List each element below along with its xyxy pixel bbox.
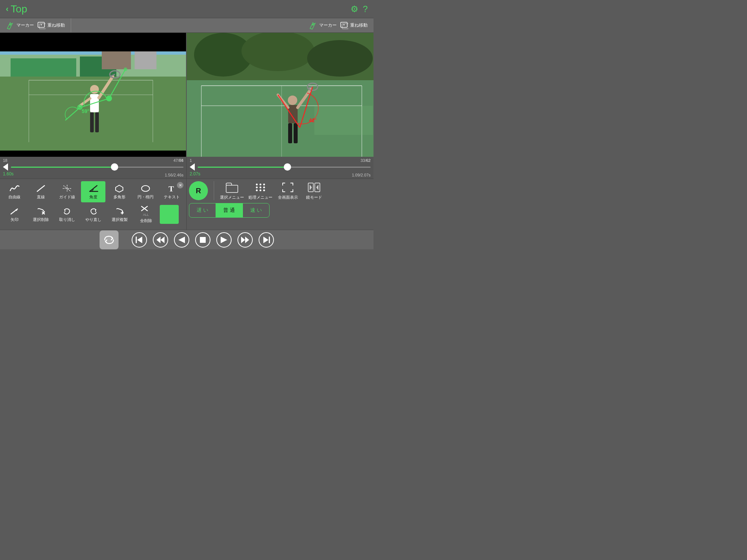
- tool-polygon[interactable]: 多角形: [107, 181, 132, 202]
- tool-guide[interactable]: ガイド線: [55, 181, 80, 202]
- redo-icon: [88, 207, 98, 215]
- tool-ellipse[interactable]: 円・楕円: [133, 181, 158, 202]
- svg-marker-88: [156, 237, 160, 243]
- svg-point-0: [9, 24, 11, 26]
- svg-point-81: [263, 189, 265, 191]
- undo-icon: [62, 207, 72, 215]
- svg-point-78: [263, 186, 265, 188]
- timeline-right-progress: [198, 167, 287, 168]
- left-marker-btn[interactable]: マーカー: [6, 21, 34, 30]
- grid-dots-icon: [254, 182, 267, 193]
- tool-ellipse-label: 円・楕円: [138, 194, 154, 200]
- black-bar-bottom-left: [0, 151, 186, 157]
- tool-copy[interactable]: 選択複製: [107, 204, 132, 225]
- tool-delete-all[interactable]: ALL 全削除: [133, 204, 158, 225]
- right-marker-btn[interactable]: マーカー: [309, 21, 337, 30]
- tool-line[interactable]: 直線: [28, 181, 53, 202]
- mirror-mode-btn[interactable]: 鏡モード: [303, 182, 325, 200]
- svg-rect-86: [136, 237, 137, 243]
- court-svg-right: 42°: [187, 33, 374, 157]
- mirror-mode-label: 鏡モード: [306, 195, 322, 200]
- left-move-btn[interactable]: 重ね移動: [37, 21, 65, 30]
- svg-text:T: T: [169, 184, 174, 193]
- tool-select-del[interactable]: 選択削除: [28, 204, 53, 225]
- timeline-left-start: 18: [3, 158, 7, 163]
- bottom-tools: 自由線 直線 ガイド線: [0, 179, 374, 230]
- svg-rect-53: [187, 33, 374, 80]
- tool-select-del-label: 選択削除: [33, 217, 49, 222]
- right-tools-row-2: 遅 い 普 通 速 い: [189, 203, 371, 218]
- settings-icon[interactable]: ⚙: [351, 4, 359, 14]
- svg-rect-95: [269, 237, 270, 243]
- right-divider: [214, 181, 214, 200]
- tool-text[interactable]: ✕ T テキスト: [159, 181, 184, 202]
- process-menu-btn[interactable]: 処理メニュー: [248, 182, 272, 200]
- svg-point-73: [256, 183, 258, 185]
- toolbar-left: マーカー 重ね移動: [0, 18, 71, 32]
- play-icon: [221, 237, 227, 243]
- select-menu-btn[interactable]: 選択メニュー: [220, 182, 244, 200]
- toolbar-divider: [71, 18, 71, 32]
- timeline-left-thumb[interactable]: [111, 163, 118, 171]
- svg-point-80: [260, 189, 262, 191]
- timeline-right: 1 62 2.07s 33/62 1.09/2.07s: [187, 157, 374, 179]
- tool-text-close[interactable]: ✕: [177, 182, 183, 188]
- svg-point-42: [288, 96, 297, 105]
- timeline-left-bar[interactable]: [11, 167, 183, 168]
- forward-fast-icon: [241, 237, 249, 243]
- svg-rect-72: [226, 185, 238, 192]
- svg-point-28: [106, 96, 112, 101]
- tool-arrow[interactable]: 矢印: [2, 204, 27, 225]
- delete-all-sublabel: ALL: [143, 213, 149, 217]
- fullscreen-icon: [281, 182, 294, 193]
- tool-angle[interactable]: 角度: [81, 181, 106, 202]
- tool-freehand[interactable]: 自由線: [2, 181, 27, 202]
- toolbar-row: マーカー 重ね移動 マーカー 重ね移動: [0, 18, 374, 33]
- tool-redo[interactable]: やり直し: [81, 204, 106, 225]
- transport-skip-end[interactable]: [259, 232, 274, 248]
- process-menu-label: 処理メニュー: [248, 195, 272, 200]
- svg-text:59°: 59°: [82, 108, 89, 114]
- timeline-left-labels: 18 66: [3, 158, 183, 163]
- timeline-right-labels: 1 62: [190, 158, 371, 163]
- timeline-right-play-btn[interactable]: [190, 163, 195, 171]
- fullscreen-btn[interactable]: 全画面表示: [277, 182, 299, 200]
- color-swatch[interactable]: [160, 205, 179, 224]
- mirror-icon: [307, 182, 321, 193]
- timeline-right-bar[interactable]: [198, 167, 371, 168]
- timeline-left-info: 47/74: [173, 158, 183, 163]
- speed-fast-btn[interactable]: 速 い: [243, 203, 269, 217]
- help-icon[interactable]: ?: [363, 4, 368, 14]
- timeline-left-play-btn[interactable]: [3, 163, 8, 171]
- transport-rewind[interactable]: [174, 232, 189, 248]
- timeline-right-thumb[interactable]: [284, 163, 291, 171]
- tool-arrow-label: 矢印: [11, 217, 19, 222]
- tool-row-2: 矢印 選択削除 取り消し: [2, 204, 184, 225]
- tool-row-1: 自由線 直線 ガイド線: [2, 181, 184, 202]
- svg-point-79: [256, 189, 258, 191]
- tool-guide-label: ガイド線: [59, 194, 75, 200]
- svg-marker-96: [263, 237, 268, 243]
- back-arrow-icon[interactable]: ‹: [6, 4, 8, 14]
- transport-stop[interactable]: [195, 232, 210, 248]
- transport-skip-start[interactable]: [132, 232, 147, 248]
- fullscreen-label: 全画面表示: [278, 195, 298, 200]
- stop-icon: [200, 237, 206, 243]
- speed-normal-btn[interactable]: 普 通: [216, 203, 242, 217]
- svg-point-30: [124, 67, 127, 71]
- speed-slow-btn[interactable]: 遅 い: [189, 203, 216, 217]
- transport-play[interactable]: [216, 232, 232, 248]
- transport-rewind-fast[interactable]: [153, 232, 168, 248]
- delete-all-icon: [141, 206, 151, 211]
- loop-btn[interactable]: [100, 230, 119, 249]
- svg-marker-85: [316, 184, 318, 190]
- r-record-btn[interactable]: R: [189, 181, 208, 200]
- right-move-btn[interactable]: 重ね移動: [340, 21, 368, 30]
- tools-left-panel: 自由線 直線 ガイド線: [0, 179, 187, 230]
- tool-undo[interactable]: 取り消し: [55, 204, 80, 225]
- video-panel-right: 42°: [187, 33, 374, 157]
- select-del-icon: [36, 207, 46, 215]
- tool-polygon-label: 多角形: [113, 194, 125, 200]
- svg-marker-90: [178, 237, 185, 243]
- transport-forward[interactable]: [237, 232, 253, 248]
